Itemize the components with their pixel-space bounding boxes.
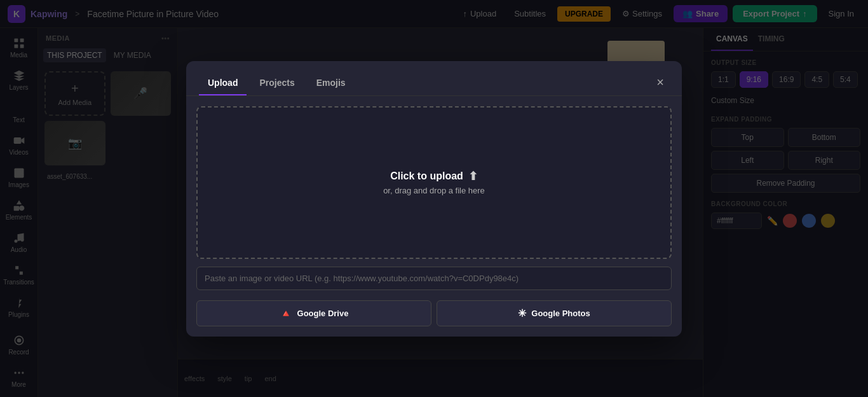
upload-zone-text: Click to upload ⬆ [390, 169, 478, 183]
upload-dropzone[interactable]: Click to upload ⬆ or, drag and drop a fi… [196, 106, 672, 259]
gphotos-icon: ✳ [518, 307, 526, 319]
google-drive-button[interactable]: 🔺 Google Drive [196, 300, 431, 326]
url-input[interactable] [196, 267, 672, 290]
modal-tab-projects[interactable]: Projects [250, 71, 303, 95]
modal-header: Upload Projects Emojis × [186, 61, 682, 96]
modal-body: Click to upload ⬆ or, drag and drop a fi… [186, 96, 682, 300]
gdrive-icon: 🔺 [280, 307, 292, 319]
modal-tab-emojis[interactable]: Emojis [308, 71, 355, 95]
modal-tab-upload[interactable]: Upload [199, 71, 247, 95]
modal-close-button[interactable]: × [651, 73, 669, 91]
google-photos-button[interactable]: ✳ Google Photos [437, 300, 672, 326]
upload-modal: Upload Projects Emojis × Click to upload… [186, 61, 682, 337]
modal-footer: 🔺 Google Drive ✳ Google Photos [186, 300, 682, 337]
modal-overlay[interactable]: Upload Projects Emojis × Click to upload… [0, 0, 868, 397]
upload-zone-subtext: or, drag and drop a file here [383, 186, 485, 195]
upload-arrow-icon: ⬆ [468, 169, 478, 183]
